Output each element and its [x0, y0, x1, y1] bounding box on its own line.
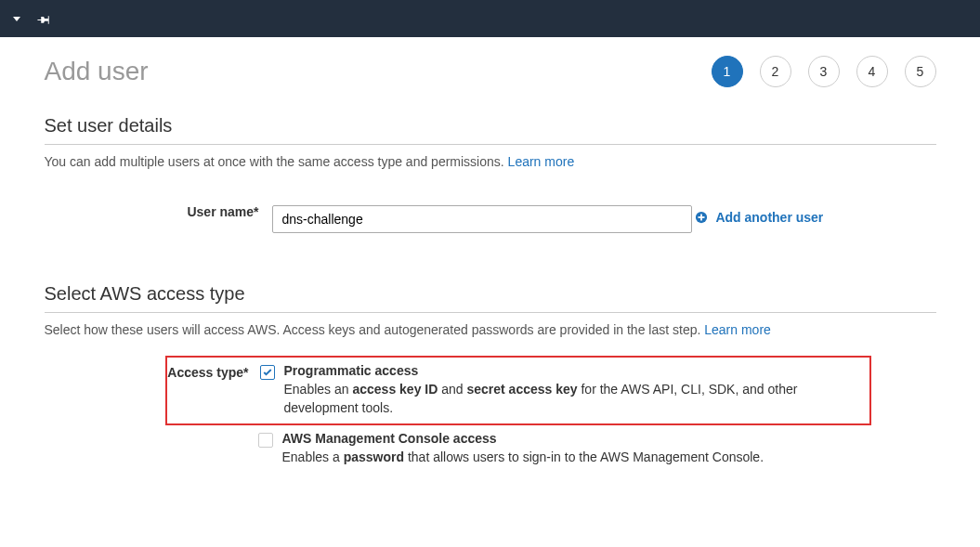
wizard-step-5[interactable]: 5 — [905, 56, 936, 87]
desc-text: Enables an — [284, 382, 353, 397]
username-label: User name* — [45, 197, 272, 219]
access-option-console: AWS Management Console access Enables a … — [165, 425, 871, 472]
programmatic-access-checkbox[interactable] — [260, 365, 275, 380]
section-access-type-desc: Select how these users will access AWS. … — [45, 322, 936, 337]
plus-circle-icon — [695, 211, 708, 224]
section-desc-text: Select how these users will access AWS. … — [45, 322, 705, 337]
wizard-step-4[interactable]: 4 — [856, 56, 888, 87]
section-desc-text: You can add multiple users at once with … — [45, 154, 508, 169]
svg-rect-2 — [699, 216, 705, 218]
desc-bold: access key ID — [352, 382, 438, 397]
header-row: Add user 1 2 3 4 5 — [45, 56, 936, 87]
pin-icon[interactable] — [35, 9, 54, 28]
username-row: User name* Add another user — [45, 197, 936, 233]
service-menu-chevron-icon[interactable] — [7, 9, 26, 28]
console-access-title: AWS Management Console access — [282, 431, 864, 446]
username-input[interactable] — [272, 205, 692, 233]
desc-text: that allows users to sign-in to the AWS … — [404, 449, 764, 464]
section-user-details-title: Set user details — [45, 115, 936, 137]
console-access-desc: Enables a password that allows users to … — [282, 448, 864, 466]
learn-more-link-user-details[interactable]: Learn more — [508, 154, 575, 169]
wizard-steps: 1 2 3 4 5 — [712, 56, 936, 87]
topbar — [0, 0, 980, 37]
desc-bold: password — [344, 449, 404, 464]
username-field: Add another user — [272, 197, 936, 233]
wizard-step-3[interactable]: 3 — [808, 56, 840, 87]
wizard-step-2[interactable]: 2 — [760, 56, 791, 87]
desc-bold: secret access key — [466, 382, 577, 397]
page: Add user 1 2 3 4 5 Set user details You … — [17, 37, 964, 509]
divider — [45, 312, 936, 313]
highlighted-region: Access type* Programmatic access Enables… — [165, 356, 871, 425]
desc-text: and — [438, 382, 466, 397]
add-another-user-label: Add another user — [715, 210, 823, 225]
programmatic-access-desc: Enables an access key ID and secret acce… — [284, 380, 862, 418]
console-access-checkbox[interactable] — [258, 433, 273, 448]
learn-more-link-access-type[interactable]: Learn more — [704, 322, 771, 337]
section-access-type-title: Select AWS access type — [45, 283, 936, 305]
section-user-details-desc: You can add multiple users at once with … — [45, 154, 936, 169]
access-option-programmatic: Access type* Programmatic access Enables… — [167, 363, 862, 418]
programmatic-access-title: Programmatic access — [284, 363, 862, 378]
desc-text: Enables a — [282, 449, 344, 464]
page-title: Add user — [45, 57, 149, 86]
divider — [45, 144, 936, 145]
wizard-step-1[interactable]: 1 — [712, 56, 743, 87]
add-another-user-button[interactable]: Add another user — [695, 210, 823, 225]
access-type-label: Access type* — [167, 363, 260, 380]
